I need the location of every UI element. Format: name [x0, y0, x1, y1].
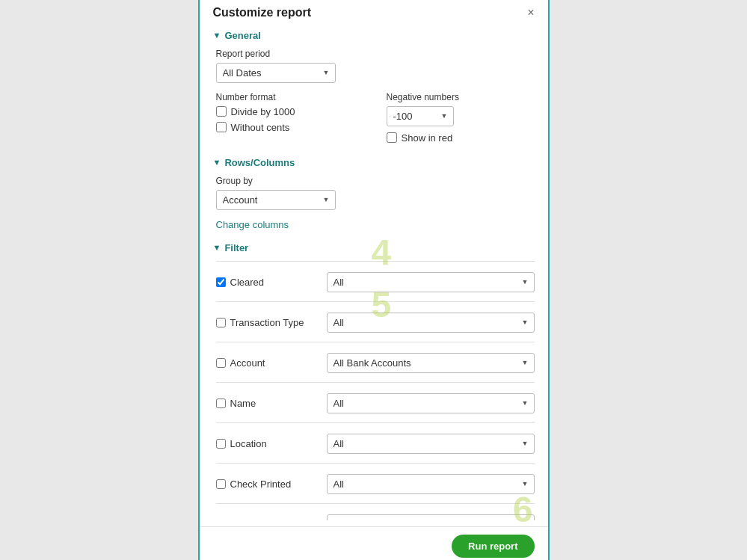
number-format-row: Number format Divide by 1000 Without cen… [216, 92, 535, 148]
location-select[interactable]: All [327, 434, 535, 454]
filter-divider-top [216, 261, 535, 262]
transaction-type-checkbox[interactable] [216, 318, 226, 327]
account-checkbox[interactable] [216, 358, 226, 368]
report-period-select[interactable]: All Dates This Month This Quarter This Y… [216, 63, 336, 83]
num-label[interactable]: Num [230, 520, 250, 520]
filter-divider-2 [216, 342, 535, 342]
account-select-wrapper: All Bank Accounts All Checking [327, 353, 535, 373]
location-select-wrapper: All [327, 434, 535, 454]
show-in-red-row: Show in red [387, 132, 535, 144]
divide-by-1000-checkbox[interactable] [216, 106, 227, 117]
num-input[interactable] [327, 514, 535, 520]
filter-section-header[interactable]: ▼ Filter [213, 242, 535, 253]
filter-divider-6 [216, 503, 535, 504]
rows-columns-arrow-icon: ▼ [213, 158, 221, 167]
filter-divider-5 [216, 463, 535, 464]
check-printed-filter-row: Check Printed All [216, 471, 535, 497]
negative-numbers-select-wrapper: -100 (100) [387, 106, 454, 126]
rows-columns-section-title: Rows/Columns [224, 157, 295, 168]
cleared-select[interactable]: All Cleared Uncleared [327, 272, 535, 292]
filter-section-content: Cleared All Cleared Uncleared Transactio… [213, 261, 535, 520]
name-label[interactable]: Name [230, 398, 256, 409]
negative-numbers-label: Negative numbers [387, 92, 535, 102]
group-by-label: Group by [216, 176, 535, 186]
transaction-type-filter-row: Transaction Type All Invoice Payment [216, 310, 535, 336]
report-period-row: Report period All Dates This Month This … [216, 49, 535, 83]
check-printed-select-wrapper: All [327, 474, 535, 494]
filter-arrow-icon: ▼ [213, 243, 221, 252]
without-cents-checkbox[interactable] [216, 122, 227, 132]
check-printed-label[interactable]: Check Printed [230, 479, 292, 490]
rows-columns-section-header[interactable]: ▼ Rows/Columns [213, 157, 535, 168]
transaction-type-select[interactable]: All Invoice Payment [327, 313, 535, 333]
modal-body: ▼ General Report period All Dates This M… [200, 27, 548, 520]
without-cents-row: Without cents [216, 122, 364, 133]
divide-by-1000-label[interactable]: Divide by 1000 [231, 106, 295, 117]
general-section-header[interactable]: ▼ General [213, 30, 535, 41]
rows-columns-section-content: Group by Account Class Location Payee Ch… [213, 176, 535, 239]
modal-footer: Run report [200, 526, 548, 561]
location-label[interactable]: Location [230, 438, 267, 449]
account-label[interactable]: Account [230, 357, 265, 369]
filter-section-title: Filter [224, 242, 248, 253]
account-select[interactable]: All Bank Accounts All Checking [327, 353, 535, 373]
transaction-type-select-wrapper: All Invoice Payment [327, 313, 535, 333]
run-report-button[interactable]: Run report [452, 535, 534, 558]
name-filter-row: Name All [216, 390, 535, 416]
location-filter-row: Location All [216, 431, 535, 457]
cleared-filter-row: Cleared All Cleared Uncleared [216, 269, 535, 295]
cleared-checkbox[interactable] [216, 277, 226, 287]
name-select-wrapper: All [327, 393, 535, 413]
number-format-col: Number format Divide by 1000 Without cen… [216, 92, 364, 148]
report-period-label: Report period [216, 49, 535, 59]
general-arrow-icon: ▼ [213, 31, 221, 40]
close-button[interactable]: × [527, 7, 534, 19]
filter-divider-3 [216, 382, 535, 383]
divide-by-1000-row: Divide by 1000 [216, 106, 364, 117]
general-section-content: Report period All Dates This Month This … [213, 49, 535, 148]
transaction-type-label[interactable]: Transaction Type [230, 317, 304, 328]
group-by-row: Group by Account Class Location Payee [216, 176, 535, 210]
account-filter-row: Account All Bank Accounts All Checking [216, 350, 535, 376]
negative-numbers-select[interactable]: -100 (100) [387, 106, 454, 126]
name-checkbox[interactable] [216, 399, 226, 408]
filter-divider-1 [216, 301, 535, 302]
show-in-red-label[interactable]: Show in red [402, 132, 453, 144]
cleared-select-wrapper: All Cleared Uncleared [327, 272, 535, 292]
group-by-select[interactable]: Account Class Location Payee [216, 190, 336, 210]
num-filter-row: Num [216, 511, 535, 520]
name-select[interactable]: All [327, 393, 535, 413]
modal-header: Customize report × [200, 0, 548, 27]
customize-report-modal: 4 5 6 Customize report × ▼ General Repor… [198, 0, 550, 560]
group-by-select-wrapper: Account Class Location Payee [216, 190, 336, 210]
cleared-label[interactable]: Cleared [230, 277, 265, 288]
location-checkbox[interactable] [216, 439, 226, 449]
negative-numbers-col: Negative numbers -100 (100) Show in red [387, 92, 535, 148]
number-format-label: Number format [216, 92, 364, 102]
filter-divider-4 [216, 422, 535, 423]
without-cents-label[interactable]: Without cents [231, 122, 290, 133]
report-period-select-wrapper: All Dates This Month This Quarter This Y… [216, 63, 336, 83]
show-in-red-checkbox[interactable] [387, 132, 397, 143]
check-printed-select[interactable]: All [327, 474, 535, 494]
modal-title: Customize report [213, 6, 312, 19]
general-section-title: General [224, 30, 260, 41]
change-columns-link[interactable]: Change columns [216, 219, 289, 230]
check-printed-checkbox[interactable] [216, 479, 226, 489]
